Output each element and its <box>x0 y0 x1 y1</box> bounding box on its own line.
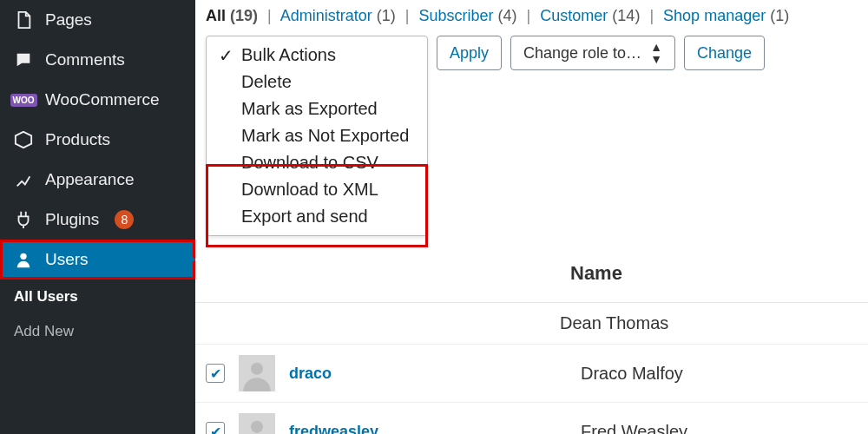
filter-subscriber[interactable]: Subscriber (4) <box>419 7 522 24</box>
svg-point-2 <box>251 363 263 375</box>
bulk-option-download-xml[interactable]: Download to XML <box>207 176 427 203</box>
table-row: Dean Thomas <box>195 303 868 345</box>
filter-administrator[interactable]: Administrator (1) <box>280 7 400 24</box>
filter-all[interactable]: All (19) <box>206 7 262 24</box>
change-button[interactable]: Change <box>684 36 765 70</box>
appearance-icon <box>14 170 33 189</box>
user-name: Fred Weasley <box>581 422 687 435</box>
sidebar-item-label: Plugins <box>45 210 99 229</box>
row-checkbox[interactable] <box>206 364 225 383</box>
sidebar-item-label: Comments <box>45 50 125 69</box>
comments-icon <box>14 50 33 69</box>
user-name: Draco Malfoy <box>581 364 683 384</box>
user-username[interactable]: fredweasley <box>289 423 532 435</box>
sidebar-item-woocommerce[interactable]: WOO WooCommerce <box>0 80 195 120</box>
users-icon <box>14 250 33 269</box>
sidebar-item-label: Products <box>45 130 110 149</box>
users-table-header: Name <box>195 247 868 303</box>
plugins-update-badge: 8 <box>115 210 134 229</box>
admin-sidebar: Pages Comments WOO WooCommerce Products … <box>0 0 195 434</box>
column-header-name[interactable]: Name <box>570 262 622 285</box>
bulk-actions-dropdown[interactable]: Bulk Actions Delete Mark as Exported Mar… <box>206 36 428 236</box>
change-role-select[interactable]: Change role to… ▲▼ <box>510 36 675 70</box>
bulk-option-export-send[interactable]: Export and send <box>207 203 427 230</box>
sidebar-item-plugins[interactable]: Plugins 8 <box>0 200 195 240</box>
sidebar-item-label: WooCommerce <box>45 90 160 109</box>
sidebar-item-users[interactable]: Users <box>0 240 195 279</box>
row-checkbox[interactable] <box>206 422 225 434</box>
users-main: All (19) | Administrator (1) | Subscribe… <box>195 0 868 434</box>
role-filter-bar: All (19) | Administrator (1) | Subscribe… <box>195 0 868 30</box>
pages-icon <box>14 10 33 30</box>
sidebar-subitem-label: All Users <box>14 288 78 305</box>
avatar <box>239 413 275 434</box>
bulk-option-mark-not-exported[interactable]: Mark as Not Exported <box>207 122 427 149</box>
filter-shop-manager[interactable]: Shop manager (1) <box>663 7 789 24</box>
user-username[interactable]: draco <box>289 365 532 383</box>
select-arrows-icon: ▲▼ <box>650 41 662 65</box>
woocommerce-icon: WOO <box>14 90 33 109</box>
bulk-actions-row: Bulk Actions Delete Mark as Exported Mar… <box>195 30 868 247</box>
user-name: Dean Thomas <box>560 313 668 333</box>
plugins-icon <box>14 210 33 229</box>
sidebar-item-pages[interactable]: Pages <box>0 0 195 40</box>
sidebar-item-label: Users <box>45 250 89 269</box>
sidebar-item-products[interactable]: Products <box>0 120 195 160</box>
sidebar-subitem-label: Add New <box>14 323 74 339</box>
bulk-option-bulk-actions[interactable]: Bulk Actions <box>207 42 427 69</box>
sidebar-subitem-add-new[interactable]: Add New <box>0 314 195 349</box>
filter-customer[interactable]: Customer (14) <box>540 7 644 24</box>
svg-point-4 <box>251 421 263 433</box>
sidebar-item-label: Appearance <box>45 170 134 189</box>
bulk-option-download-csv[interactable]: Download to CSV <box>207 149 427 176</box>
sidebar-item-comments[interactable]: Comments <box>0 40 195 80</box>
bulk-option-mark-exported[interactable]: Mark as Exported <box>207 95 427 122</box>
bulk-option-delete[interactable]: Delete <box>207 69 427 95</box>
sidebar-item-label: Pages <box>45 10 92 30</box>
apply-button[interactable]: Apply <box>437 36 502 70</box>
avatar <box>239 355 275 391</box>
table-row: draco Draco Malfoy <box>195 345 868 403</box>
sidebar-item-appearance[interactable]: Appearance <box>0 160 195 200</box>
table-row: fredweasley Fred Weasley <box>195 403 868 434</box>
products-icon <box>14 130 33 149</box>
change-role-label: Change role to… <box>523 44 641 62</box>
sidebar-subitem-all-users[interactable]: All Users <box>0 279 195 314</box>
svg-point-0 <box>20 253 26 260</box>
